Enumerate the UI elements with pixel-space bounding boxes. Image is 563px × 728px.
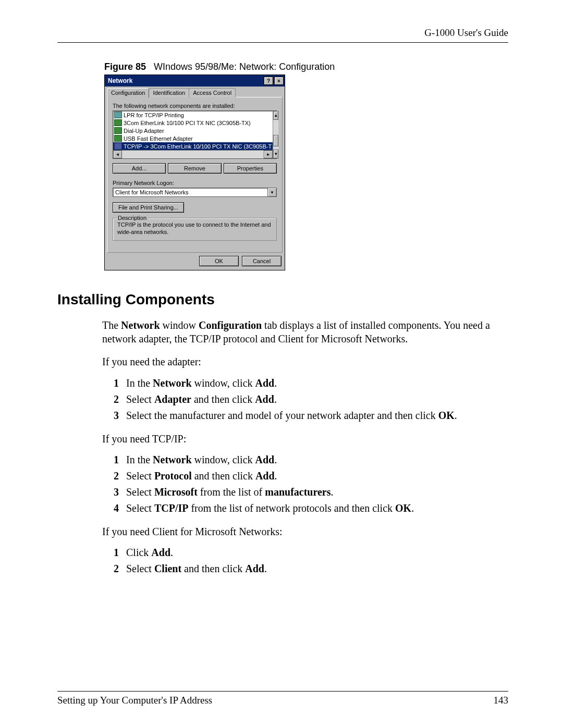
adapter-icon xyxy=(114,119,122,126)
primary-logon-combo[interactable]: Client for Microsoft Networks ▼ xyxy=(113,188,277,197)
remove-button[interactable]: Remove xyxy=(168,163,221,174)
list-item[interactable]: USB Fast Ethernet Adapter xyxy=(113,134,273,142)
combo-value: Client for Microsoft Networks xyxy=(113,188,267,196)
horizontal-scrollbar[interactable]: ◄ ► xyxy=(113,150,273,158)
description-text: TCP/IP is the protocol you use to connec… xyxy=(117,221,272,236)
list-item[interactable]: 3Com EtherLink 10/100 PCI TX NIC (3C905B… xyxy=(113,119,273,127)
help-button[interactable]: ? xyxy=(264,77,273,85)
intro-paragraph: The Network window Configuration tab dis… xyxy=(102,318,508,346)
chevron-down-icon[interactable]: ▼ xyxy=(267,188,276,196)
components-label: The following network components are ins… xyxy=(113,103,277,109)
tab-access-control[interactable]: Access Control xyxy=(189,88,236,97)
scroll-down-icon[interactable]: ▼ xyxy=(273,150,278,158)
components-listbox[interactable]: LPR for TCP/IP Printing 3Com EtherLink 1… xyxy=(113,110,277,159)
ok-button[interactable]: OK xyxy=(199,256,239,266)
file-print-sharing-button[interactable]: File and Print Sharing... xyxy=(113,202,184,213)
list-item: 2Select Client and then click Add. xyxy=(114,562,508,576)
page-header: G-1000 User's Guide xyxy=(57,27,508,43)
list-item: 1In the Network window, click Add. xyxy=(114,453,508,467)
list-item: 3Select the manufacturer and model of yo… xyxy=(114,409,508,423)
tab-panel: The following network components are ins… xyxy=(107,97,283,253)
cancel-button[interactable]: Cancel xyxy=(242,256,282,266)
close-button[interactable]: × xyxy=(274,77,284,85)
description-group: Description TCP/IP is the protocol you u… xyxy=(113,218,277,241)
properties-button[interactable]: Properties xyxy=(224,163,277,174)
service-icon xyxy=(114,112,122,118)
list-item: 2Select Protocol and then click Add. xyxy=(114,469,508,483)
list-item-selected[interactable]: TCP/IP -> 3Com EtherLink 10/100 PCI TX N… xyxy=(113,142,273,150)
adapter-steps: 1In the Network window, click Add. 2Sele… xyxy=(114,376,508,423)
adapter-icon xyxy=(114,127,122,134)
list-item: 3Select Microsoft from the list of manuf… xyxy=(114,485,508,499)
client-steps: 1Click Add. 2Select Client and then clic… xyxy=(114,546,508,576)
client-lead: If you need Client for Microsoft Network… xyxy=(102,525,508,538)
vertical-scrollbar[interactable]: ▲ ▼ xyxy=(273,111,278,158)
page-footer: Setting up Your Computer's IP Address 14… xyxy=(57,691,508,706)
tab-identification[interactable]: Identification xyxy=(149,88,189,97)
scroll-thumb[interactable] xyxy=(273,135,278,146)
figure-number: Figure 85 xyxy=(104,61,146,72)
dialog-title: Network xyxy=(108,77,263,84)
tcpip-lead: If you need TCP/IP: xyxy=(102,432,508,446)
figure-title: WIndows 95/98/Me: Network: Configuration xyxy=(154,61,335,72)
tab-strip: Configuration Identification Access Cont… xyxy=(107,88,283,97)
primary-logon-label: Primary Network Logon: xyxy=(113,180,277,186)
figure-caption: Figure 85 WIndows 95/98/Me: Network: Con… xyxy=(104,61,508,72)
description-legend: Description xyxy=(116,215,148,221)
adapter-lead: If you need the adapter: xyxy=(102,355,508,368)
network-dialog: Network ? × Configuration Identification… xyxy=(104,75,285,270)
page-number: 143 xyxy=(494,695,509,706)
adapter-icon xyxy=(114,135,122,142)
list-item: 1In the Network window, click Add. xyxy=(114,376,508,390)
section-heading: Installing Components xyxy=(57,291,508,308)
add-button[interactable]: Add... xyxy=(113,163,166,174)
titlebar[interactable]: Network ? × xyxy=(105,75,285,87)
list-item[interactable]: LPR for TCP/IP Printing xyxy=(113,111,273,119)
tab-configuration[interactable]: Configuration xyxy=(107,88,149,97)
list-item[interactable]: Dial-Up Adapter xyxy=(113,127,273,134)
scroll-left-icon[interactable]: ◄ xyxy=(113,151,122,158)
list-item: 1Click Add. xyxy=(114,546,508,560)
list-item: 4Select TCP/IP from the list of network … xyxy=(114,501,508,515)
guide-title: G-1000 User's Guide xyxy=(424,27,508,38)
footer-chapter: Setting up Your Computer's IP Address xyxy=(57,695,212,706)
list-item: 2Select Adapter and then click Add. xyxy=(114,392,508,406)
scroll-up-icon[interactable]: ▲ xyxy=(273,111,278,120)
protocol-icon xyxy=(114,143,122,150)
tcpip-steps: 1In the Network window, click Add. 2Sele… xyxy=(114,453,508,515)
scroll-right-icon[interactable]: ► xyxy=(264,151,273,158)
